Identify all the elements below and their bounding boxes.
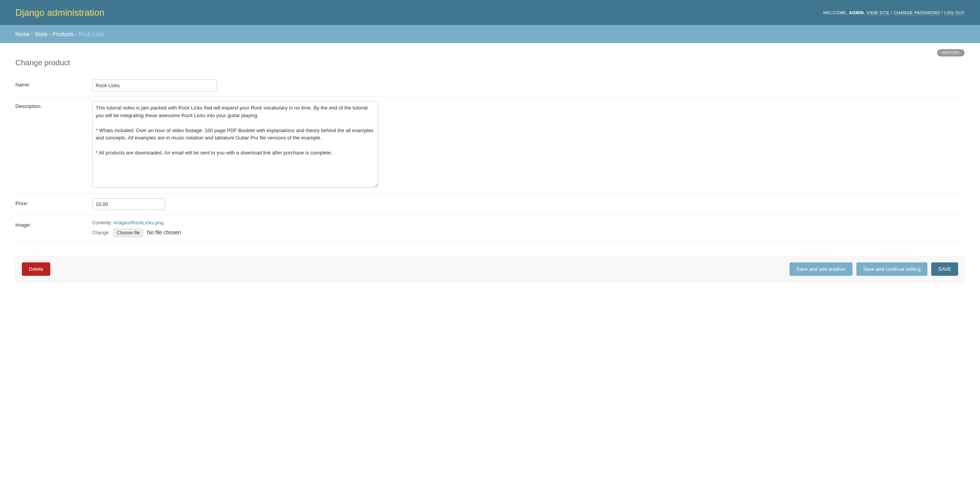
description-label: Description: <box>15 101 92 109</box>
submit-row: Delete <box>15 256 965 282</box>
breadcrumb-sep: › <box>49 31 51 37</box>
history-button[interactable]: HISTORY <box>937 49 965 56</box>
log-out-link[interactable]: LOG OUT <box>944 10 965 15</box>
image-change-label: Change: <box>92 230 109 235</box>
no-file-chosen-text: No file chosen <box>147 229 181 235</box>
save-continue-button[interactable] <box>856 262 928 276</box>
breadcrumb-sep: › <box>75 31 77 37</box>
form-row-description: Description: This tutorial video is jam … <box>15 96 965 194</box>
welcome-text: WELCOME, <box>823 10 849 15</box>
description-textarea[interactable]: This tutorial video is jam packed with R… <box>92 101 378 187</box>
price-label: Price: <box>15 198 92 206</box>
form-row-image: Image: Currently: images/RockLicks.png C… <box>15 215 965 242</box>
price-input[interactable] <box>92 198 165 210</box>
site-title-link[interactable]: Django administration <box>15 7 104 18</box>
breadcrumb-products[interactable]: Products <box>52 31 73 37</box>
breadcrumb-current: Rock Licks <box>78 31 104 37</box>
choose-file-button[interactable]: Choose file <box>113 229 143 237</box>
page-title: Change product <box>15 58 965 67</box>
image-currently-label: Currently: <box>92 220 112 225</box>
delete-button[interactable]: Delete <box>22 262 50 276</box>
user-tools: WELCOME, ADMIN. VIEW SITE / CHANGE PASSW… <box>823 10 965 15</box>
breadcrumb: Home › Store › Products › Rock Licks <box>0 25 980 43</box>
branding: Django administration <box>15 7 104 18</box>
username: ADMIN <box>849 10 864 15</box>
name-input[interactable] <box>92 80 217 91</box>
name-label: Name: <box>15 80 92 88</box>
save-add-another-button[interactable] <box>790 262 853 276</box>
welcome-dot: . <box>864 10 866 15</box>
breadcrumb-sep: › <box>31 31 33 37</box>
form-row-name: Name: <box>15 75 965 96</box>
save-button[interactable] <box>931 262 958 276</box>
breadcrumb-store[interactable]: Store <box>35 31 47 37</box>
header: Django administration WELCOME, ADMIN. VI… <box>0 0 980 25</box>
view-site-link[interactable]: VIEW SITE <box>867 10 890 15</box>
object-tools: HISTORY <box>937 49 965 56</box>
image-current-file-link[interactable]: images/RockLicks.png <box>114 220 164 225</box>
breadcrumb-home[interactable]: Home <box>15 31 30 37</box>
change-password-link[interactable]: CHANGE PASSWORD <box>894 10 940 15</box>
form-row-price: Price: <box>15 194 965 215</box>
image-label: Image: <box>15 220 92 228</box>
change-form: Name: Description: This tutorial video i… <box>15 75 965 282</box>
content: HISTORY Change product Name: Description… <box>0 43 980 290</box>
user-tools-sep-2: / <box>942 10 944 15</box>
